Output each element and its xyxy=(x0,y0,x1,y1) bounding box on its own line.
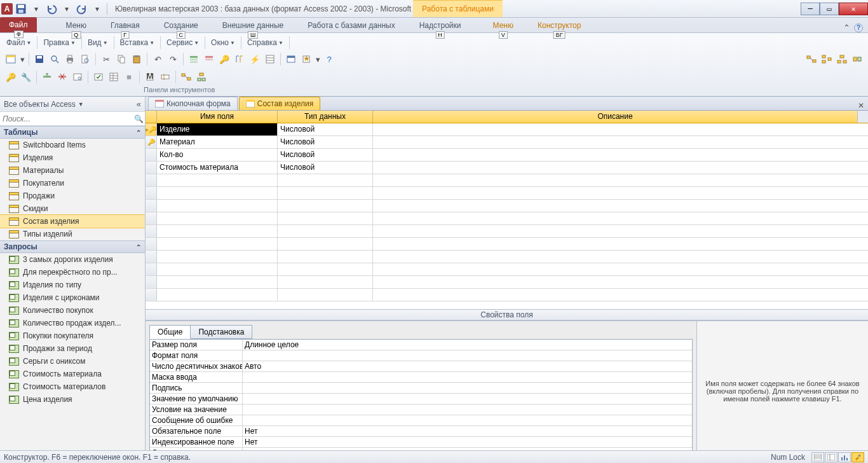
property-value[interactable]: Авто xyxy=(243,361,692,371)
nav-search-input[interactable] xyxy=(0,114,132,123)
property-value[interactable]: Нет xyxy=(243,426,692,436)
nav-collapse-button[interactable]: « xyxy=(137,99,141,109)
cell-field-name[interactable] xyxy=(157,174,278,186)
nav-query-item[interactable]: Серьги с ониксом xyxy=(0,355,145,368)
property-row[interactable]: Сообщение об ошибке xyxy=(150,415,692,426)
tool-copy[interactable] xyxy=(114,52,128,66)
nav-header[interactable]: Все объекты Access▼ « xyxy=(0,97,145,112)
cell-data-type[interactable]: Числовой xyxy=(278,149,373,161)
tool2-key[interactable]: 🔑 xyxy=(4,70,18,84)
cell-description[interactable] xyxy=(373,162,868,174)
row-selector[interactable] xyxy=(146,187,157,199)
tool2-macro[interactable]: M xyxy=(143,70,157,84)
nav-table-item[interactable]: Продажи xyxy=(0,190,145,202)
prop-tab-lookup[interactable]: Подстановка xyxy=(190,325,252,339)
nav-query-item[interactable]: Изделия по типу xyxy=(0,279,145,291)
tool2-insert[interactable] xyxy=(40,70,54,84)
tool-undo[interactable]: ↶ xyxy=(151,52,165,66)
property-row[interactable]: Маска ввода xyxy=(150,372,692,383)
cell-data-type[interactable]: Числовой xyxy=(278,123,373,135)
tool2-builder[interactable]: 🔧 xyxy=(19,70,33,84)
menu-item[interactable]: Окно▼ xyxy=(208,37,238,48)
maximize-button[interactable]: ▭ xyxy=(820,3,839,15)
cell-field-name[interactable]: Стоимость материала xyxy=(157,162,278,174)
ribbon-minimize-icon[interactable]: ⌃ xyxy=(843,23,850,32)
tool-search[interactable] xyxy=(48,52,62,66)
designer-row[interactable] xyxy=(146,251,868,263)
document-tab[interactable]: Кнопочная форма xyxy=(148,97,238,110)
ribbon-tab[interactable]: НадстройкиН xyxy=(413,18,468,32)
tool-insert-rows[interactable] xyxy=(187,52,201,66)
nav-query-item[interactable]: Количество продаж издел... xyxy=(0,317,145,329)
cell-field-name[interactable] xyxy=(157,187,278,199)
property-row[interactable]: Обязательное полеНет xyxy=(150,426,692,437)
property-value[interactable] xyxy=(243,394,692,404)
col-header-desc[interactable]: Описание xyxy=(373,111,857,123)
tool-relationships-1[interactable] xyxy=(804,52,818,66)
cell-field-name[interactable] xyxy=(157,251,278,263)
tool-new-object[interactable]: ★ xyxy=(299,52,313,66)
tool-relationships-3[interactable] xyxy=(835,52,849,66)
cell-data-type[interactable]: Числовой xyxy=(278,162,373,174)
tool-properties[interactable] xyxy=(263,52,277,66)
tool-redo[interactable]: ↷ xyxy=(166,52,180,66)
cell-data-type[interactable] xyxy=(278,212,373,225)
nav-query-item[interactable]: Количество покупок xyxy=(0,304,145,317)
tool-print[interactable] xyxy=(63,52,77,66)
nav-table-item[interactable]: Состав изделия xyxy=(0,215,145,228)
row-selector[interactable] xyxy=(146,238,157,250)
designer-grid[interactable]: ▸🔑ИзделиеЧисловой🔑МатериалЧисловойКол-во… xyxy=(146,123,868,309)
cell-data-type[interactable] xyxy=(278,276,373,288)
row-selector[interactable] xyxy=(146,200,157,212)
cell-description[interactable] xyxy=(373,136,868,148)
cell-field-name[interactable] xyxy=(157,212,278,225)
nav-query-item[interactable]: Стоимость материалов xyxy=(0,380,145,393)
nav-query-item[interactable]: Изделия с цирконами xyxy=(0,291,145,304)
cell-data-type[interactable]: Числовой xyxy=(278,136,373,148)
nav-group-tables[interactable]: Таблицы⌃ xyxy=(0,126,145,139)
help-icon[interactable]: ? xyxy=(854,24,863,32)
qat-undo-button[interactable] xyxy=(44,2,58,16)
tool-delete-rows[interactable] xyxy=(202,52,216,66)
qat-redo-button[interactable] xyxy=(75,2,89,16)
cell-field-name[interactable]: Кол-во xyxy=(157,149,278,161)
designer-row[interactable] xyxy=(146,276,868,289)
tool-db-window[interactable] xyxy=(284,52,298,66)
cell-data-type[interactable] xyxy=(278,174,373,186)
designer-row[interactable]: Стоимость материалаЧисловой xyxy=(146,162,868,174)
tool-indexes[interactable] xyxy=(233,52,247,66)
designer-row[interactable] xyxy=(146,263,868,276)
cell-description[interactable] xyxy=(373,149,868,161)
designer-row[interactable] xyxy=(146,200,868,212)
designer-row[interactable] xyxy=(146,212,868,225)
nav-table-item[interactable]: Switchboard Items xyxy=(0,139,145,151)
cell-description[interactable] xyxy=(373,251,868,263)
cell-data-type[interactable] xyxy=(278,238,373,250)
cell-data-type[interactable] xyxy=(278,200,373,212)
tool-save[interactable] xyxy=(32,52,46,66)
row-selector[interactable] xyxy=(146,174,157,186)
tool-cut[interactable]: ✂ xyxy=(99,52,113,66)
nav-group-queries[interactable]: Запросы⌃ xyxy=(0,240,145,253)
cell-description[interactable] xyxy=(373,123,868,135)
tool-relationships-2[interactable] xyxy=(820,52,834,66)
col-header-name[interactable]: Имя поля xyxy=(157,111,278,123)
designer-row[interactable] xyxy=(146,174,868,187)
property-row[interactable]: Размер поляДлинное целое xyxy=(150,340,692,350)
tool2-delete[interactable] xyxy=(55,70,69,84)
tool-relationships-4[interactable] xyxy=(850,52,864,66)
tool2-test[interactable] xyxy=(92,70,105,84)
cell-description[interactable] xyxy=(373,212,868,225)
tool-primary-key[interactable]: 🔑 xyxy=(217,52,231,66)
nav-table-item[interactable]: Скидки xyxy=(0,202,145,215)
tool2-rename[interactable] xyxy=(158,70,172,84)
qat-dropdown-1[interactable]: ▾ xyxy=(29,2,43,16)
qat-save-button[interactable] xyxy=(14,2,28,16)
property-row[interactable]: Подпись xyxy=(150,383,692,394)
property-value[interactable] xyxy=(243,415,692,425)
menu-item[interactable]: Вид▼ xyxy=(85,37,111,48)
cell-field-name[interactable] xyxy=(157,225,278,237)
ribbon-tab[interactable]: СозданиеС xyxy=(158,18,205,32)
property-value[interactable] xyxy=(243,372,692,382)
designer-row[interactable] xyxy=(146,238,868,251)
